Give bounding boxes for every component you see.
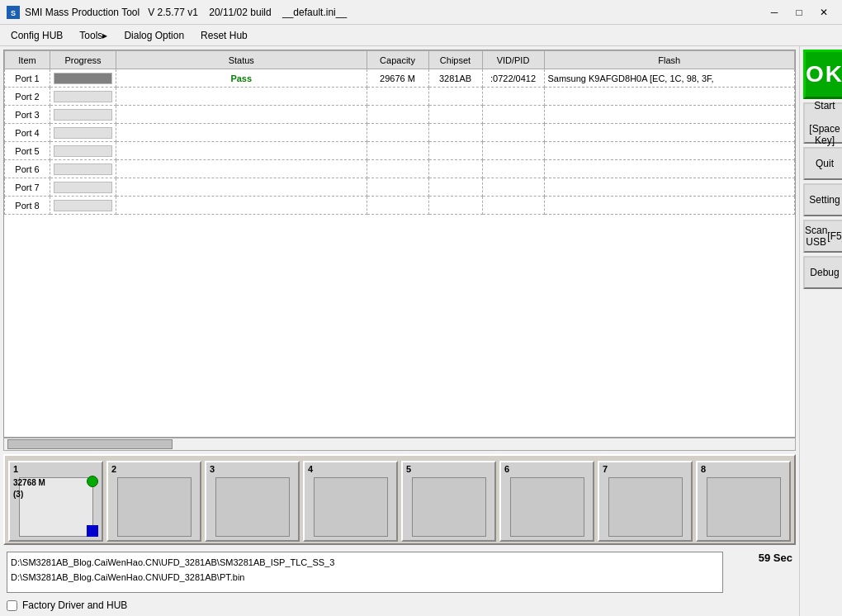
cell-vidpid: :0722/0412 xyxy=(482,69,544,88)
card-inner-3 xyxy=(215,477,290,537)
scrollbar-thumb[interactable] xyxy=(7,439,173,449)
port-card-4[interactable]: 4 xyxy=(303,461,398,542)
cell-progress xyxy=(50,124,116,142)
card-number-6: 6 xyxy=(504,464,509,474)
file-area: D:\SM3281AB_Blog.CaiWenHao.CN\UFD_3281AB… xyxy=(0,548,799,596)
col-header-progress: Progress xyxy=(50,51,116,69)
cell-progress xyxy=(50,178,116,197)
card-inner-7 xyxy=(608,477,683,537)
table-row: Port 2 xyxy=(5,88,795,106)
col-header-vidpid: VID/PID xyxy=(482,51,544,69)
blue-square-1 xyxy=(87,525,98,537)
cell-flash xyxy=(544,142,795,160)
port-card-3[interactable]: 3 xyxy=(205,461,300,542)
port-card-7[interactable]: 7 xyxy=(598,461,693,542)
progress-bar-empty xyxy=(54,200,112,211)
start-button[interactable]: Start [Space Key] xyxy=(803,102,842,144)
progress-bar-empty xyxy=(54,145,112,157)
progress-bar-empty xyxy=(54,91,112,102)
table-row: Port 4 xyxy=(5,124,795,142)
cell-item: Port 7 xyxy=(5,178,50,197)
ok-button[interactable]: OK xyxy=(803,50,842,99)
status-indicator-1 xyxy=(87,476,98,487)
cell-progress xyxy=(50,106,116,124)
progress-bar-empty xyxy=(54,127,112,139)
scan-usb-button[interactable]: Scan USB [F5] xyxy=(803,220,842,253)
horizontal-scrollbar[interactable] xyxy=(3,438,796,451)
cell-flash xyxy=(544,88,795,106)
cell-status xyxy=(116,178,367,197)
debug-button[interactable]: Debug xyxy=(803,256,842,289)
port-card-8[interactable]: 8 xyxy=(696,461,791,542)
cell-capacity xyxy=(367,142,428,160)
cell-vidpid xyxy=(482,106,544,124)
card-number-8: 8 xyxy=(701,464,706,474)
card-inner-8 xyxy=(707,477,781,537)
cell-flash xyxy=(544,160,795,178)
setting-button[interactable]: Setting xyxy=(803,183,842,216)
port-table: Item Progress Status Capacity Chipset VI… xyxy=(4,50,795,215)
cell-vidpid xyxy=(482,142,544,160)
card-number-7: 7 xyxy=(603,464,608,474)
app-title: SMI Mass Production Tool V 2.5.77 v1 20/… xyxy=(25,7,763,18)
menu-tools[interactable]: Tools▸ xyxy=(72,26,115,45)
cell-progress xyxy=(50,69,116,88)
cell-item: Port 4 xyxy=(5,124,50,142)
left-panel: Item Progress Status Capacity Chipset VI… xyxy=(0,46,799,616)
menu-bar: Config HUB Tools▸ Dialog Option Reset Hu… xyxy=(0,25,842,46)
window-controls: ─ □ ✕ xyxy=(763,4,835,21)
cell-chipset xyxy=(428,142,482,160)
col-header-flash: Flash xyxy=(544,51,795,69)
port-card-2[interactable]: 2 xyxy=(106,461,201,542)
cell-capacity xyxy=(367,124,428,142)
cell-chipset xyxy=(428,88,482,106)
cell-chipset xyxy=(428,124,482,142)
cell-capacity xyxy=(367,106,428,124)
cell-capacity xyxy=(367,178,428,197)
cell-progress xyxy=(50,197,116,215)
cell-vidpid xyxy=(482,124,544,142)
menu-reset-hub[interactable]: Reset Hub xyxy=(193,26,255,45)
file-path-1: D:\SM3281AB_Blog.CaiWenHao.CN\UFD_3281AB… xyxy=(11,556,719,571)
cell-vidpid xyxy=(482,160,544,178)
table-body: Port 1Pass29676 M3281AB:0722/0412Samsung… xyxy=(5,69,795,215)
cell-progress xyxy=(50,88,116,106)
factory-checkbox[interactable] xyxy=(7,600,17,611)
port-card-5[interactable]: 5 xyxy=(401,461,496,542)
card-inner-5 xyxy=(412,477,486,537)
cell-vidpid xyxy=(482,88,544,106)
quit-button[interactable]: Quit xyxy=(803,147,842,180)
cell-flash xyxy=(544,124,795,142)
cell-capacity: 29676 M xyxy=(367,69,428,88)
cell-status xyxy=(116,124,367,142)
port-card-1[interactable]: 132768 M(3) xyxy=(8,461,103,542)
table-row: Port 1Pass29676 M3281AB:0722/0412Samsung… xyxy=(5,69,795,88)
menu-config-hub[interactable]: Config HUB xyxy=(3,26,70,45)
cell-flash xyxy=(544,106,795,124)
maximize-button[interactable]: □ xyxy=(788,4,811,21)
cell-capacity xyxy=(367,88,428,106)
card-info-1: 32768 M(3) xyxy=(13,477,45,500)
cell-status: Pass xyxy=(116,69,367,88)
col-header-capacity: Capacity xyxy=(367,51,428,69)
port-cards-area: 132768 M(3)2345678 xyxy=(3,454,796,545)
cell-status xyxy=(116,88,367,106)
cell-vidpid xyxy=(482,197,544,215)
table-row: Port 5 xyxy=(5,142,795,160)
card-inner-6 xyxy=(510,477,584,537)
main-area: Item Progress Status Capacity Chipset VI… xyxy=(0,46,842,616)
menu-dialog-option[interactable]: Dialog Option xyxy=(116,26,192,45)
factory-checkbox-row: Factory Driver and HUB xyxy=(0,598,799,613)
minimize-button[interactable]: ─ xyxy=(763,4,786,21)
cell-vidpid xyxy=(482,178,544,197)
close-button[interactable]: ✕ xyxy=(812,4,835,21)
cell-item: Port 6 xyxy=(5,160,50,178)
port-card-6[interactable]: 6 xyxy=(499,461,594,542)
progress-bar-empty xyxy=(54,182,112,193)
table-row: Port 7 xyxy=(5,178,795,197)
cell-chipset: 3281AB xyxy=(428,69,482,88)
card-number-4: 4 xyxy=(308,464,313,474)
factory-label[interactable]: Factory Driver and HUB xyxy=(22,599,127,611)
cell-chipset xyxy=(428,178,482,197)
cell-progress xyxy=(50,142,116,160)
